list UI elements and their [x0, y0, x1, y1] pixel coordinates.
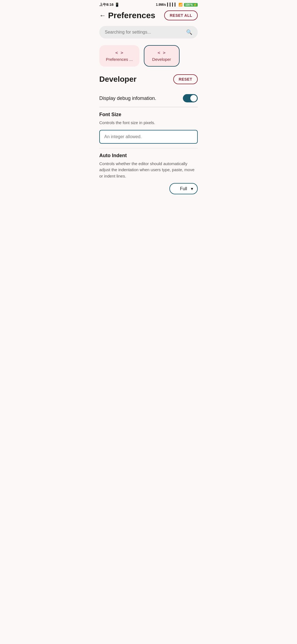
section-header: Developer RESET	[99, 74, 198, 84]
header: ← Preferences RESET ALL	[95, 8, 202, 24]
preferences-code-icon: < >	[115, 50, 123, 55]
debug-setting: Display debug infomation.	[99, 90, 198, 107]
debug-label: Display debug infomation.	[99, 95, 156, 101]
reset-all-button[interactable]: RESET ALL	[164, 10, 198, 20]
tab-developer-label: Developer	[152, 57, 171, 62]
search-input[interactable]	[105, 30, 183, 35]
font-size-title: Font Size	[99, 112, 198, 118]
battery-icon: 100 % ⚡	[184, 3, 198, 7]
wifi-icon: 📶	[178, 3, 183, 7]
auto-indent-setting: Auto Indent Controls whether the editor …	[99, 148, 198, 199]
battery-level: 100	[185, 3, 190, 6]
status-time-area: 上午8:16 📱	[99, 2, 119, 7]
auto-indent-title: Auto Indent	[99, 153, 198, 159]
font-size-input[interactable]	[99, 130, 198, 144]
page-title: Preferences	[108, 11, 155, 20]
search-bar: 🔍	[99, 26, 198, 39]
category-tabs: < > Preferences ... < > Developer	[95, 43, 202, 72]
debug-toggle[interactable]	[183, 94, 198, 102]
auto-indent-description: Controls whether the editor should autom…	[99, 161, 198, 179]
battery-percent: %	[190, 3, 193, 6]
font-size-setting: Font Size Controls the font size in pixe…	[99, 107, 198, 148]
developer-code-icon: < >	[158, 50, 166, 55]
signal-icon: ▎▎▎▎	[167, 3, 177, 7]
tab-developer[interactable]: < > Developer	[144, 45, 180, 67]
search-container: 🔍	[95, 24, 202, 43]
network-speed: 1.9M/s	[156, 3, 166, 7]
app-icon: 📱	[115, 2, 119, 7]
toggle-slider	[183, 94, 198, 102]
charging-icon: ⚡	[193, 3, 197, 6]
section-title: Developer	[99, 75, 136, 84]
tab-preferences-label: Preferences ...	[106, 57, 133, 62]
dropdown-wrapper: Full None Keep Brackets ▼	[169, 183, 198, 194]
developer-section: Developer RESET Display debug infomation…	[95, 72, 202, 199]
auto-indent-dropdown[interactable]: Full None Keep Brackets	[169, 183, 198, 194]
dropdown-container: Full None Keep Brackets ▼	[99, 183, 198, 194]
debug-row: Display debug infomation.	[99, 94, 198, 102]
search-icon: 🔍	[186, 29, 192, 35]
font-size-description: Controls the font size in pixels.	[99, 120, 198, 126]
back-button[interactable]: ←	[99, 12, 106, 19]
status-bar: 上午8:16 📱 1.9M/s ▎▎▎▎ 📶 100 % ⚡	[95, 0, 202, 8]
tab-preferences[interactable]: < > Preferences ...	[99, 45, 139, 67]
header-left: ← Preferences	[99, 11, 155, 20]
reset-button[interactable]: RESET	[173, 74, 198, 84]
status-icons: 1.9M/s ▎▎▎▎ 📶 100 % ⚡	[156, 3, 198, 7]
status-time: 上午8:16	[99, 2, 114, 7]
